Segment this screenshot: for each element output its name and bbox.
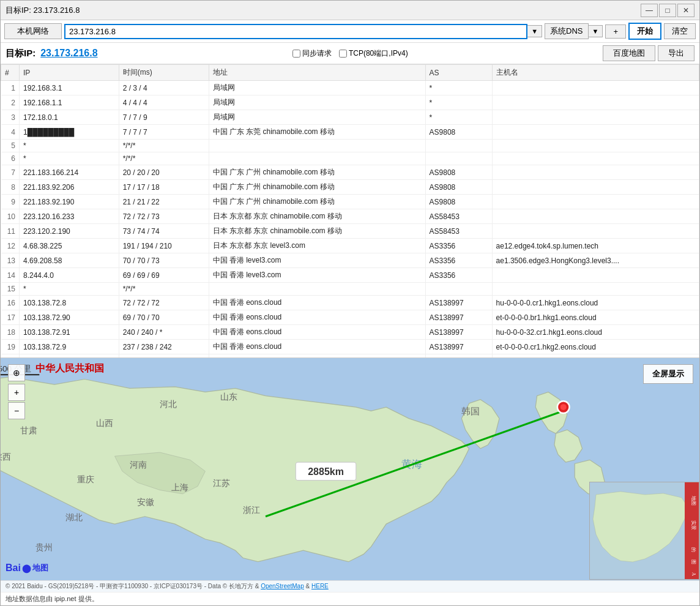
map-zoom-in-button[interactable]: + — [8, 384, 25, 401]
window-controls: — □ ✕ — [641, 4, 694, 17]
cell-hostname — [492, 268, 699, 283]
cell-time: 17 / 17 / 18 — [119, 180, 209, 195]
map-footer-text: © 2021 Baidu - GS(2019)5218号 - 甲测资字11009… — [6, 583, 261, 589]
map-zoom-out-button[interactable]: − — [8, 402, 25, 419]
cell-hostname — [492, 224, 699, 239]
close-button[interactable]: ✕ — [677, 4, 694, 17]
cell-as: AS138997 — [425, 310, 492, 325]
cell-as — [425, 152, 492, 165]
cell-as: AS138997 — [425, 340, 492, 354]
options-group: 同步请求 TCP(80端口,IPv4) — [292, 48, 408, 59]
cell-ip: 103.138.72.9 — [20, 340, 119, 354]
cell-time: 4 / 4 / 4 — [119, 95, 209, 110]
svg-text:图: 图 — [691, 559, 696, 564]
cell-addr: 中国 香港 eons.cloud — [209, 325, 425, 340]
cell-addr — [209, 152, 425, 165]
cell-ip: 223.120.16.233 — [20, 209, 119, 224]
cell-addr: 局域网 — [209, 110, 425, 125]
tcp-checkbox[interactable] — [339, 50, 347, 58]
map-buttons: 百度地图 导出 — [603, 45, 694, 61]
cell-as: AS138997 — [425, 325, 492, 340]
cell-ip: 221.183.92.190 — [20, 195, 119, 209]
baidu-map-button[interactable]: 百度地图 — [603, 45, 655, 61]
clear-button[interactable]: 清空 — [664, 23, 696, 39]
start-button[interactable]: 开始 — [628, 23, 661, 40]
map-nav-button[interactable]: ⊕ — [8, 364, 25, 381]
svg-text:河南: 河南 — [130, 460, 147, 469]
cell-time: */*/* — [119, 152, 209, 165]
table-row: 16 103.138.72.8 72 / 72 / 72 中国 香港 eons.… — [1, 296, 699, 310]
cell-ip: 223.120.2.190 — [20, 224, 119, 239]
svg-point-19 — [560, 404, 567, 410]
target-ip[interactable]: 23.173.216.8 — [40, 48, 97, 59]
minimize-button[interactable]: — — [641, 4, 658, 17]
cell-hostname: hu-0-0-0-0.cr1.hkg1.eons.cloud — [492, 296, 699, 310]
trace-table-container: # IP 时间(ms) 地址 AS 主机名 1 192.168.3.1 2 / … — [1, 64, 699, 358]
ip-input-container: ▼ — [64, 24, 542, 39]
table-row: 1 192.168.3.1 2 / 3 / 4 局域网 * — [1, 81, 699, 95]
cell-ip: 1█████████ — [20, 125, 119, 140]
cell-as: AS58453 — [425, 209, 492, 224]
dns-value: 系统DNS — [545, 23, 588, 39]
cell-time: 72 / 72 / 72 — [119, 296, 209, 310]
cell-num: 3 — [1, 110, 20, 125]
cell-time: 191 / 194 / 210 — [119, 239, 209, 253]
cell-time: 72 / 72 / 73 — [119, 209, 209, 224]
cell-ip: 4.68.38.225 — [20, 239, 119, 253]
cell-num: 13 — [1, 253, 20, 268]
table-row: 13 4.69.208.58 70 / 70 / 73 中国 香港 level3… — [1, 253, 699, 268]
cell-hostname — [492, 195, 699, 209]
dns-dropdown-button[interactable]: ▼ — [589, 25, 603, 37]
export-button[interactable]: 导出 — [658, 45, 694, 61]
cell-addr: 局域网 — [209, 95, 425, 110]
cell-ip: 103.138.72.8 — [20, 296, 119, 310]
svg-text:湖北: 湖北 — [65, 513, 83, 522]
cell-hostname — [492, 283, 699, 296]
cell-hostname — [492, 180, 699, 195]
cell-ip: 221.183.166.214 — [20, 165, 119, 180]
here-link[interactable]: HERE — [311, 583, 329, 589]
openstreetmap-link[interactable]: OpenStreetMap — [261, 583, 304, 589]
svg-text:实景: 实景 — [691, 520, 696, 530]
cell-as — [425, 140, 492, 152]
baidu-logo-icon: ⬤ — [22, 564, 31, 573]
cell-as: AS3356 — [425, 253, 492, 268]
cell-num: 10 — [1, 209, 20, 224]
table-row: 12 4.68.38.225 191 / 194 / 210 日本 东京都 东京… — [1, 239, 699, 253]
cell-hostname — [492, 81, 699, 95]
col-hostname: 主机名 — [492, 65, 699, 81]
main-window: 目标IP: 23.173.216.8 — □ ✕ 本机网络 ▼ 系统DNS ▼ … — [0, 0, 700, 606]
cell-hostname — [492, 165, 699, 180]
svg-text:山东: 山东 — [220, 392, 237, 402]
svg-text:河北: 河北 — [160, 400, 177, 409]
cell-addr: 中国 广东 广州 chinamobile.com 移动 — [209, 180, 425, 195]
cell-hostname — [492, 209, 699, 224]
cell-addr: 中国 香港 eons.cloud — [209, 340, 425, 354]
sync-checkbox[interactable] — [292, 50, 300, 58]
cell-ip: 192.168.3.1 — [20, 81, 119, 95]
cell-addr: 中国 香港 level3.com — [209, 268, 425, 283]
table-row: 9 221.183.92.190 21 / 21 / 22 中国 广东 广州 c… — [1, 195, 699, 209]
table-row: 6 * */*/* — [1, 152, 699, 165]
cell-num: 1 — [1, 81, 20, 95]
svg-text:2885km: 2885km — [308, 466, 344, 477]
tcp-checkbox-label[interactable]: TCP(80端口,IPv4) — [339, 48, 408, 59]
ip-input[interactable] — [64, 24, 527, 39]
cell-as: AS3356 — [425, 239, 492, 253]
add-button[interactable]: + — [605, 24, 626, 39]
cell-addr: 局域网 — [209, 81, 425, 95]
sync-checkbox-label[interactable]: 同步请求 — [292, 48, 332, 59]
table-row: 2 192.168.1.1 4 / 4 / 4 局域网 * — [1, 95, 699, 110]
toolbar: 本机网络 ▼ 系统DNS ▼ + 开始 清空 — [1, 20, 699, 43]
map-footer-and: & — [304, 583, 311, 589]
network-button[interactable]: 本机网络 — [4, 23, 62, 39]
fullscreen-button[interactable]: 全屏显示 — [643, 364, 693, 384]
cell-hostname: ae12.edge4.tok4.sp.lumen.tech — [492, 239, 699, 253]
cell-as: * — [425, 95, 492, 110]
svg-text:的: 的 — [691, 547, 696, 552]
table-row: 8 221.183.92.206 17 / 17 / 18 中国 广东 广州 c… — [1, 180, 699, 195]
cell-time: 2 / 3 / 4 — [119, 81, 209, 95]
col-addr: 地址 — [209, 65, 425, 81]
ip-dropdown-button[interactable]: ▼ — [527, 25, 542, 37]
maximize-button[interactable]: □ — [659, 4, 676, 17]
